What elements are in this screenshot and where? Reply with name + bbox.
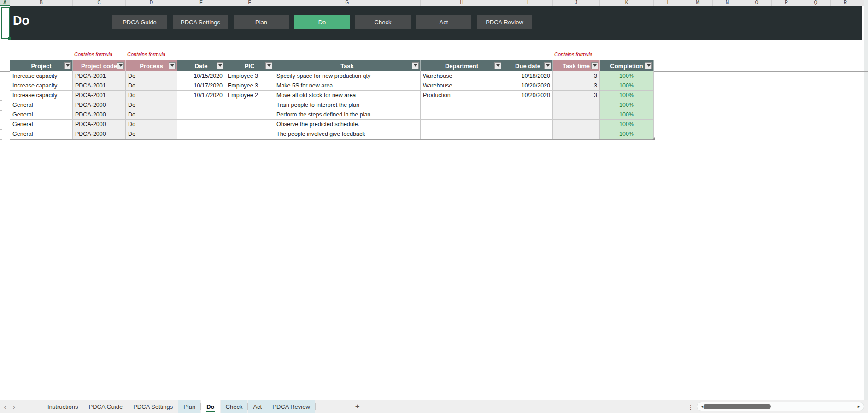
add-sheet-button[interactable]: + [352, 400, 364, 413]
column-header-d[interactable]: D [126, 0, 177, 6]
filter-dropdown-icon[interactable] [494, 62, 501, 69]
cell-pic[interactable] [225, 110, 274, 120]
cell-task[interactable]: Train people to interpret the plan [274, 100, 421, 110]
cell-task-time[interactable] [553, 120, 600, 129]
cell-department[interactable] [421, 100, 503, 110]
cell-project[interactable]: General [10, 100, 73, 110]
cell-project-code[interactable]: PDCA-2001 [73, 71, 126, 81]
cell-date[interactable] [177, 110, 225, 120]
cell-project[interactable]: Increase capacity [10, 81, 73, 91]
cell-project-code[interactable]: PDCA-2000 [73, 129, 126, 139]
column-header-project[interactable]: Project [10, 60, 73, 71]
cell-project[interactable]: General [10, 110, 73, 120]
filter-dropdown-icon[interactable] [544, 62, 551, 69]
cell-task-time[interactable]: 3 [553, 91, 600, 100]
column-header-department[interactable]: Department [421, 60, 503, 71]
cell-project-code[interactable]: PDCA-2000 [73, 120, 126, 129]
column-header-completion[interactable]: Completion [600, 60, 654, 71]
cell-department[interactable]: Warehouse [421, 81, 503, 91]
cell-process[interactable]: Do [126, 120, 177, 129]
prev-sheet-icon[interactable]: ‹ [4, 403, 6, 411]
column-header-o[interactable]: O [742, 0, 772, 6]
nav-button-pdca-settings[interactable]: PDCA Settings [173, 15, 228, 29]
column-header-project-code[interactable]: Project code [73, 60, 126, 71]
column-header-b[interactable]: B [10, 0, 73, 6]
cell-date[interactable]: 10/17/2020 [177, 91, 225, 100]
column-header-f[interactable]: F [225, 0, 274, 6]
nav-button-act[interactable]: Act [416, 15, 471, 29]
filter-dropdown-icon[interactable] [117, 62, 124, 69]
cell-task-time[interactable] [553, 100, 600, 110]
cell-process[interactable]: Do [126, 81, 177, 91]
filter-dropdown-icon[interactable] [265, 62, 272, 69]
selection-fill-handle[interactable] [8, 37, 11, 40]
sheet-tab-act[interactable]: Act [248, 400, 267, 413]
tab-splitter-dots-icon[interactable]: ⋮ [687, 400, 694, 413]
selected-cell-a1[interactable] [1, 7, 10, 39]
cell-task[interactable]: The people involved give feedback [274, 129, 421, 139]
cell-due-date[interactable] [503, 129, 553, 139]
cell-date[interactable]: 10/17/2020 [177, 81, 225, 91]
cell-project[interactable]: General [10, 129, 73, 139]
cell-task-time[interactable] [553, 110, 600, 120]
column-header-r[interactable]: R [831, 0, 860, 6]
column-header-e[interactable]: E [177, 0, 225, 6]
cell-project[interactable]: Increase capacity [10, 71, 73, 81]
filter-dropdown-icon[interactable] [412, 62, 419, 69]
horizontal-scrollbar-thumb[interactable] [704, 404, 771, 409]
cell-task[interactable]: Move all old stock for new area [274, 91, 421, 100]
cell-task[interactable]: Observe the predicted schedule. [274, 120, 421, 129]
cell-project-code[interactable]: PDCA-2001 [73, 91, 126, 100]
cell-task-time[interactable]: 3 [553, 71, 600, 81]
cell-project[interactable]: Increase capacity [10, 91, 73, 100]
cell-project-code[interactable]: PDCA-2001 [73, 81, 126, 91]
cell-due-date[interactable]: 10/20/2020 [503, 91, 553, 100]
cell-due-date[interactable] [503, 100, 553, 110]
cell-project-code[interactable]: PDCA-2000 [73, 100, 126, 110]
cell-pic[interactable]: Employee 3 [225, 81, 274, 91]
cell-pic[interactable] [225, 120, 274, 129]
column-header-c[interactable]: C [73, 0, 126, 6]
cell-completion[interactable]: 100% [600, 120, 654, 129]
cell-pic[interactable]: Employee 3 [225, 71, 274, 81]
cell-due-date[interactable]: 10/20/2020 [503, 81, 553, 91]
cell-completion[interactable]: 100% [600, 71, 654, 81]
column-header-task-time[interactable]: Task time [553, 60, 600, 71]
cell-date[interactable] [177, 120, 225, 129]
column-header-task[interactable]: Task [274, 60, 421, 71]
nav-button-plan[interactable]: Plan [234, 15, 289, 29]
sheet-tab-pdca-review[interactable]: PDCA Review [267, 400, 315, 413]
column-header-p[interactable]: P [772, 0, 801, 6]
cell-department[interactable]: Warehouse [421, 71, 503, 81]
cell-department[interactable]: Production [421, 91, 503, 100]
column-header-j[interactable]: J [553, 0, 600, 6]
cell-due-date[interactable] [503, 110, 553, 120]
column-header-m[interactable]: M [683, 0, 713, 6]
table-resize-handle[interactable] [652, 137, 655, 140]
cell-process[interactable]: Do [126, 91, 177, 100]
column-header-n[interactable]: N [713, 0, 742, 6]
cell-task[interactable]: Specify space for new production qty [274, 71, 421, 81]
vertical-scrollbar[interactable] [864, 0, 868, 400]
cell-completion[interactable]: 100% [600, 100, 654, 110]
cell-department[interactable] [421, 120, 503, 129]
cell-task-time[interactable]: 3 [553, 81, 600, 91]
cell-process[interactable]: Do [126, 71, 177, 81]
cell-project[interactable]: General [10, 120, 73, 129]
column-header-k[interactable]: K [600, 0, 654, 6]
filter-dropdown-icon[interactable] [169, 62, 176, 69]
cell-process[interactable]: Do [126, 100, 177, 110]
cell-completion[interactable]: 100% [600, 81, 654, 91]
cell-due-date[interactable]: 10/18/2020 [503, 71, 553, 81]
column-header-due-date[interactable]: Due date [503, 60, 553, 71]
column-header-date[interactable]: Date [177, 60, 225, 71]
sheet-tab-pdca-guide[interactable]: PDCA Guide [83, 400, 128, 413]
horizontal-scrollbar[interactable]: ◄ ► [697, 402, 864, 411]
cell-department[interactable] [421, 110, 503, 120]
column-header-a[interactable]: A [0, 0, 10, 6]
sheet-tab-plan[interactable]: Plan [178, 400, 200, 413]
nav-button-pdca-review[interactable]: PDCA Review [477, 15, 532, 29]
sheet-tab-instructions[interactable]: Instructions [42, 400, 83, 413]
cell-completion[interactable]: 100% [600, 110, 654, 120]
cell-due-date[interactable] [503, 120, 553, 129]
